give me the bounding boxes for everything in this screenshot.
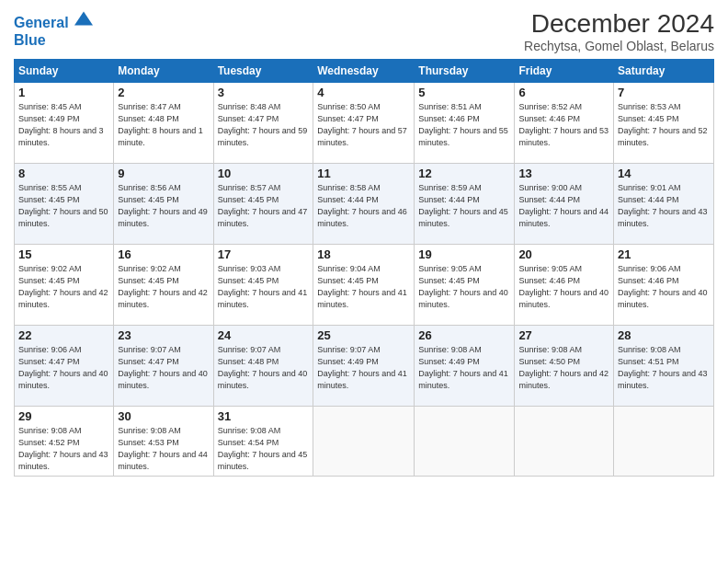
col-friday: Friday	[515, 60, 614, 83]
day-number: 6	[518, 86, 609, 99]
table-row: 20 Sunrise: 9:05 AMSunset: 4:46 PMDaylig…	[515, 245, 614, 326]
day-info: Sunrise: 9:04 AMSunset: 4:45 PMDaylight:…	[317, 264, 407, 309]
day-number: 1	[18, 86, 109, 99]
table-row	[313, 407, 415, 477]
table-row: 1 Sunrise: 8:45 AMSunset: 4:49 PMDayligh…	[15, 83, 114, 164]
table-row: 13 Sunrise: 9:00 AMSunset: 4:44 PMDaylig…	[515, 164, 614, 245]
day-info: Sunrise: 9:08 AMSunset: 4:54 PMDaylight:…	[218, 426, 308, 471]
col-saturday: Saturday	[614, 60, 714, 83]
table-row: 6 Sunrise: 8:52 AMSunset: 4:46 PMDayligh…	[515, 83, 614, 164]
day-number: 28	[618, 328, 710, 342]
title-block: December 2024 Rechytsa, Gomel Oblast, Be…	[524, 9, 714, 53]
table-row: 26 Sunrise: 9:08 AMSunset: 4:49 PMDaylig…	[415, 326, 515, 407]
day-info: Sunrise: 8:56 AMSunset: 4:45 PMDaylight:…	[118, 183, 208, 228]
day-number: 18	[317, 247, 410, 261]
day-info: Sunrise: 9:08 AMSunset: 4:53 PMDaylight:…	[118, 426, 208, 471]
table-row: 11 Sunrise: 8:58 AMSunset: 4:44 PMDaylig…	[313, 164, 415, 245]
header: General Blue December 2024 Rechytsa, Gom…	[14, 9, 714, 53]
day-info: Sunrise: 9:01 AMSunset: 4:44 PMDaylight:…	[618, 183, 708, 228]
day-info: Sunrise: 8:47 AMSunset: 4:48 PMDaylight:…	[118, 102, 203, 147]
logo: General Blue	[14, 9, 93, 49]
day-number: 2	[118, 86, 209, 99]
day-number: 21	[618, 247, 710, 261]
table-row: 24 Sunrise: 9:07 AMSunset: 4:48 PMDaylig…	[213, 326, 313, 407]
day-info: Sunrise: 9:07 AMSunset: 4:49 PMDaylight:…	[317, 345, 407, 390]
table-row: 12 Sunrise: 8:59 AMSunset: 4:44 PMDaylig…	[415, 164, 515, 245]
day-number: 20	[518, 247, 609, 261]
day-info: Sunrise: 9:02 AMSunset: 4:45 PMDaylight:…	[18, 264, 108, 309]
day-info: Sunrise: 8:52 AMSunset: 4:46 PMDaylight:…	[518, 102, 609, 147]
table-row	[415, 407, 515, 477]
table-row: 15 Sunrise: 9:02 AMSunset: 4:45 PMDaylig…	[15, 245, 114, 326]
table-row	[614, 407, 714, 477]
logo-general: General	[14, 15, 69, 30]
day-number: 7	[618, 86, 710, 99]
day-number: 3	[218, 86, 310, 99]
table-row: 5 Sunrise: 8:51 AMSunset: 4:46 PMDayligh…	[415, 83, 515, 164]
table-row: 4 Sunrise: 8:50 AMSunset: 4:47 PMDayligh…	[313, 83, 415, 164]
day-info: Sunrise: 9:05 AMSunset: 4:45 PMDaylight:…	[418, 264, 508, 309]
day-number: 24	[218, 328, 310, 342]
day-info: Sunrise: 8:57 AMSunset: 4:45 PMDaylight:…	[218, 183, 308, 228]
day-info: Sunrise: 8:58 AMSunset: 4:44 PMDaylight:…	[317, 183, 407, 228]
table-row: 30 Sunrise: 9:08 AMSunset: 4:53 PMDaylig…	[114, 407, 213, 477]
main-title: December 2024	[524, 9, 714, 39]
day-number: 15	[18, 247, 109, 261]
day-number: 23	[118, 328, 209, 342]
col-tuesday: Tuesday	[213, 60, 313, 83]
table-row: 28 Sunrise: 9:08 AMSunset: 4:51 PMDaylig…	[614, 326, 714, 407]
table-row: 3 Sunrise: 8:48 AMSunset: 4:47 PMDayligh…	[213, 83, 313, 164]
day-number: 11	[317, 167, 410, 180]
table-row: 21 Sunrise: 9:06 AMSunset: 4:46 PMDaylig…	[614, 245, 714, 326]
table-row: 7 Sunrise: 8:53 AMSunset: 4:45 PMDayligh…	[614, 83, 714, 164]
day-info: Sunrise: 8:53 AMSunset: 4:45 PMDaylight:…	[618, 102, 708, 147]
day-info: Sunrise: 8:51 AMSunset: 4:46 PMDaylight:…	[418, 102, 508, 147]
day-number: 26	[418, 328, 510, 342]
day-info: Sunrise: 8:48 AMSunset: 4:47 PMDaylight:…	[218, 102, 308, 147]
table-row: 14 Sunrise: 9:01 AMSunset: 4:44 PMDaylig…	[614, 164, 714, 245]
table-row: 16 Sunrise: 9:02 AMSunset: 4:45 PMDaylig…	[114, 245, 213, 326]
day-info: Sunrise: 9:03 AMSunset: 4:45 PMDaylight:…	[218, 264, 308, 309]
day-info: Sunrise: 9:08 AMSunset: 4:50 PMDaylight:…	[518, 345, 609, 390]
table-row: 10 Sunrise: 8:57 AMSunset: 4:45 PMDaylig…	[213, 164, 313, 245]
day-info: Sunrise: 8:55 AMSunset: 4:45 PMDaylight:…	[18, 183, 108, 228]
table-row: 25 Sunrise: 9:07 AMSunset: 4:49 PMDaylig…	[313, 326, 415, 407]
day-info: Sunrise: 9:05 AMSunset: 4:46 PMDaylight:…	[518, 264, 609, 309]
day-info: Sunrise: 9:07 AMSunset: 4:48 PMDaylight:…	[218, 345, 308, 390]
subtitle: Rechytsa, Gomel Oblast, Belarus	[524, 39, 714, 53]
svg-marker-0	[74, 12, 93, 26]
day-number: 14	[618, 167, 710, 180]
day-info: Sunrise: 9:08 AMSunset: 4:52 PMDaylight:…	[18, 426, 108, 471]
day-info: Sunrise: 9:06 AMSunset: 4:46 PMDaylight:…	[618, 264, 708, 309]
logo-text: General Blue	[14, 9, 93, 49]
day-number: 13	[518, 167, 609, 180]
day-info: Sunrise: 9:08 AMSunset: 4:51 PMDaylight:…	[618, 345, 708, 390]
col-wednesday: Wednesday	[313, 60, 415, 83]
col-monday: Monday	[114, 60, 213, 83]
day-info: Sunrise: 9:02 AMSunset: 4:45 PMDaylight:…	[118, 264, 208, 309]
day-number: 29	[18, 409, 109, 423]
day-info: Sunrise: 9:08 AMSunset: 4:49 PMDaylight:…	[418, 345, 508, 390]
day-info: Sunrise: 8:50 AMSunset: 4:47 PMDaylight:…	[317, 102, 407, 147]
table-row: 23 Sunrise: 9:07 AMSunset: 4:47 PMDaylig…	[114, 326, 213, 407]
day-info: Sunrise: 9:06 AMSunset: 4:47 PMDaylight:…	[18, 345, 108, 390]
day-number: 17	[218, 247, 310, 261]
table-row: 9 Sunrise: 8:56 AMSunset: 4:45 PMDayligh…	[114, 164, 213, 245]
day-number: 27	[518, 328, 609, 342]
table-row: 22 Sunrise: 9:06 AMSunset: 4:47 PMDaylig…	[15, 326, 114, 407]
table-row: 17 Sunrise: 9:03 AMSunset: 4:45 PMDaylig…	[213, 245, 313, 326]
calendar-header-row: Sunday Monday Tuesday Wednesday Thursday…	[15, 60, 714, 83]
table-row: 8 Sunrise: 8:55 AMSunset: 4:45 PMDayligh…	[15, 164, 114, 245]
logo-icon	[74, 9, 93, 28]
table-row: 27 Sunrise: 9:08 AMSunset: 4:50 PMDaylig…	[515, 326, 614, 407]
logo-blue: Blue	[14, 32, 46, 48]
table-row: 2 Sunrise: 8:47 AMSunset: 4:48 PMDayligh…	[114, 83, 213, 164]
day-info: Sunrise: 8:45 AMSunset: 4:49 PMDaylight:…	[18, 102, 104, 147]
table-row: 29 Sunrise: 9:08 AMSunset: 4:52 PMDaylig…	[15, 407, 114, 477]
table-row	[515, 407, 614, 477]
day-number: 22	[18, 328, 109, 342]
calendar-table: Sunday Monday Tuesday Wednesday Thursday…	[14, 59, 714, 477]
day-number: 16	[118, 247, 209, 261]
day-number: 5	[418, 86, 510, 99]
day-number: 12	[418, 167, 510, 180]
